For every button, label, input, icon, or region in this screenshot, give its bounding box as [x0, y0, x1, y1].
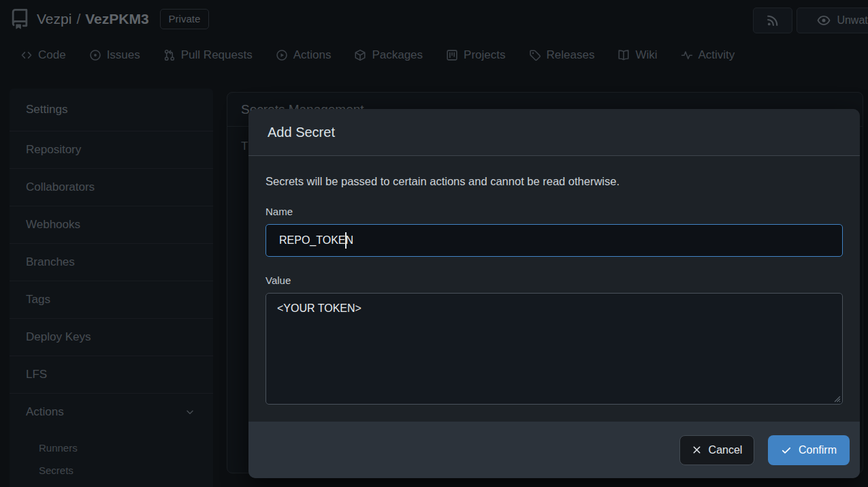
check-icon — [781, 445, 792, 456]
cancel-button[interactable]: Cancel — [679, 435, 754, 465]
name-field-wrap — [266, 224, 843, 257]
name-field-label: Name — [266, 206, 843, 217]
modal-title: Add Secret — [248, 109, 860, 156]
resize-grip-icon[interactable] — [831, 392, 841, 403]
value-field-label: Value — [266, 274, 843, 286]
add-secret-modal: Add Secret Secrets will be passed to cer… — [248, 109, 860, 478]
secret-description-text: Secrets will be passed to certain action… — [266, 175, 843, 188]
secret-value-textarea[interactable]: <YOUR TOKEN> — [266, 293, 843, 405]
close-icon — [692, 445, 702, 455]
confirm-button[interactable]: Confirm — [768, 435, 850, 465]
secret-name-input[interactable] — [266, 224, 843, 257]
modal-footer: Cancel Confirm — [248, 422, 860, 478]
text-caret — [345, 232, 347, 249]
value-field-wrap: <YOUR TOKEN> — [266, 293, 843, 407]
modal-body: Secrets will be passed to certain action… — [248, 156, 860, 422]
